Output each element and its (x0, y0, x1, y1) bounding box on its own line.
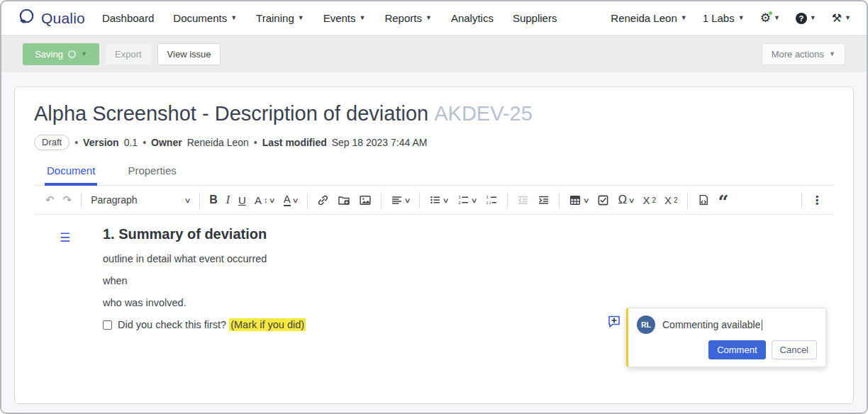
attach-file-button[interactable] (333, 192, 355, 208)
app-window: Qualio Dashboard Documents▼ Training▼ Ev… (0, 0, 868, 414)
org-menu[interactable]: 1 Labs▼ (703, 12, 745, 24)
nav-documents[interactable]: Documents▼ (173, 12, 237, 24)
saving-button[interactable]: Saving ▼ (23, 43, 99, 65)
chevron-down-icon: ∨ (291, 196, 299, 204)
help-icon: ? (796, 13, 807, 24)
chevron-down-icon: ∨ (583, 196, 590, 204)
bullet-list-button[interactable]: ∨ (425, 192, 452, 208)
section-heading: 1. Summary of deviation (103, 226, 834, 242)
chevron-down-icon: ▼ (845, 15, 851, 21)
comment-input[interactable]: Commenting available (662, 319, 762, 330)
version-label: Version (83, 137, 119, 148)
help-menu[interactable]: ? ▼ (796, 13, 816, 24)
paragraph: who was involved. (103, 297, 834, 308)
insert-image-button[interactable] (355, 192, 376, 208)
document-code: AKDEV-25 (434, 102, 533, 125)
avatar: RL (637, 315, 655, 334)
superscript-button[interactable]: X2 (660, 192, 682, 208)
tools-menu[interactable]: ⚒ ▼ (832, 13, 851, 24)
editor-canvas[interactable]: ☰ 1. Summary of deviation outline in det… (34, 215, 834, 396)
svg-text:1: 1 (486, 195, 489, 199)
section-drag-handle-icon[interactable]: ☰ (60, 230, 70, 245)
document-card: Alpha Screenshot - Description of deviat… (14, 86, 854, 404)
owner-value: Reneida Leon (187, 137, 249, 148)
svg-text:1: 1 (458, 195, 461, 199)
link-icon (317, 194, 329, 206)
multilevel-list-button[interactable]: 1 1.1 (481, 192, 502, 208)
inline-checkbox[interactable] (103, 320, 112, 330)
source-code-button[interactable] (693, 191, 714, 208)
qualio-logo-icon (17, 7, 36, 29)
chevron-down-icon: ▼ (829, 51, 835, 57)
toolbar-divider (801, 192, 802, 208)
toolbar-divider (687, 192, 688, 208)
italic-button[interactable]: I (222, 191, 234, 208)
document-tabs: Document Properties (34, 159, 834, 186)
export-button[interactable]: Export (105, 43, 152, 65)
nav-reports[interactable]: Reports▼ (384, 12, 431, 24)
undo-button[interactable]: ↶ (41, 191, 59, 208)
page-title: Alpha Screenshot - Description of deviat… (34, 102, 834, 125)
text-align-button[interactable]: ∨ (386, 192, 414, 208)
chevron-down-icon: ▼ (738, 15, 745, 21)
comment-submit-button[interactable]: Comment (708, 340, 765, 359)
qualio-logo[interactable]: Qualio (17, 7, 85, 29)
redo-button[interactable]: ↷ (59, 191, 77, 208)
font-color-button[interactable]: A∨ (279, 191, 302, 209)
nav-suppliers[interactable]: Suppliers (513, 12, 557, 24)
nav-analytics[interactable]: Analytics (451, 12, 494, 24)
block-quote-button[interactable]: “ (714, 191, 733, 208)
settings-menu[interactable]: ⚙ ▼ (760, 12, 780, 24)
code-block-icon (697, 194, 710, 206)
toolbar-divider (559, 192, 560, 208)
highlighted-text: (Mark if you did) (229, 318, 306, 331)
subscript-button[interactable]: X2 (638, 192, 660, 208)
view-issue-button[interactable]: View issue (157, 43, 221, 65)
add-comment-icon (606, 313, 622, 329)
bold-button[interactable]: B (205, 191, 222, 208)
add-comment-button[interactable] (606, 313, 622, 332)
chevron-down-icon: ▼ (425, 15, 432, 21)
redo-icon: ↷ (63, 194, 72, 206)
tab-properties[interactable]: Properties (126, 159, 178, 186)
comment-cancel-button[interactable]: Cancel (772, 340, 817, 359)
font-size-button[interactable]: A↕∨ (250, 192, 279, 208)
special-character-button[interactable]: Ω∨ (613, 191, 638, 209)
saving-spinner-icon (68, 50, 76, 58)
chevron-down-icon: ▼ (298, 15, 304, 21)
comment-popup: RL Commenting available Comment Cancel (626, 308, 826, 367)
nav-events[interactable]: Events▼ (323, 12, 366, 24)
indent-icon (538, 194, 550, 206)
tools-icon: ⚒ (832, 13, 842, 24)
task-checkbox-button[interactable] (593, 192, 613, 208)
toolbar-divider (307, 192, 308, 208)
svg-text:2: 2 (458, 201, 461, 205)
comment-input-row: RL Commenting available (637, 315, 817, 334)
link-button[interactable] (313, 192, 333, 208)
more-actions-button[interactable]: More actions ▼ (762, 43, 845, 65)
underline-button[interactable]: U (234, 192, 250, 208)
nav-training[interactable]: Training▼ (256, 12, 304, 24)
last-modified-value: Sep 18 2023 7:44 AM (332, 137, 428, 148)
tab-document[interactable]: Document (45, 159, 97, 186)
outdent-button[interactable] (513, 192, 533, 208)
folder-add-icon (338, 194, 350, 206)
top-navigation: Qualio Dashboard Documents▼ Training▼ Ev… (1, 1, 867, 35)
toolbar-divider (507, 192, 508, 208)
numbered-list-icon: 1 2 (457, 194, 469, 206)
toolbar-divider (381, 192, 382, 208)
multilevel-list-icon: 1 1.1 (485, 194, 498, 206)
svg-text:1.1: 1.1 (486, 201, 491, 205)
numbered-list-button[interactable]: 1 2 ∨ (453, 192, 481, 208)
paragraph-style-select[interactable]: Paragraph∨ (87, 191, 194, 208)
nav-dashboard[interactable]: Dashboard (102, 12, 154, 24)
chevron-down-icon: ∨ (269, 196, 276, 204)
indent-button[interactable] (533, 192, 554, 208)
insert-table-button[interactable]: ∨ (564, 192, 593, 208)
toolbar-overflow-button[interactable]: ⋮ (807, 191, 827, 209)
comment-actions: Comment Cancel (637, 340, 817, 359)
user-menu[interactable]: Reneida Leon▼ (611, 12, 686, 24)
kebab-icon: ⋮ (811, 194, 823, 207)
bullet-list-icon (429, 194, 441, 206)
text-cursor (762, 320, 763, 330)
